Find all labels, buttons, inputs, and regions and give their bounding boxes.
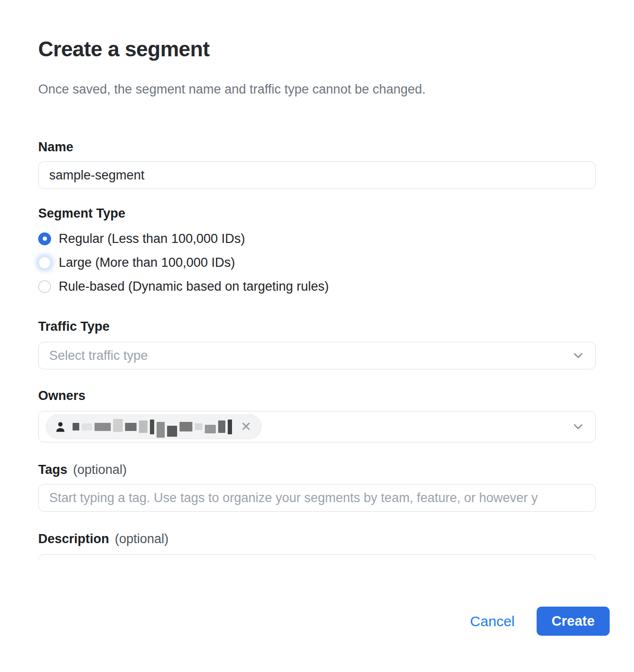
chip-remove-icon[interactable]: ✕ <box>241 420 252 433</box>
create-segment-modal: Create a segment Once saved, the segment… <box>0 37 634 560</box>
name-input[interactable] <box>38 161 596 189</box>
owners-select[interactable]: ✕ <box>38 411 596 442</box>
person-icon <box>54 420 67 433</box>
description-label: Description (optional) <box>38 532 596 546</box>
traffic-type-select[interactable]: Select traffic type <box>38 342 596 369</box>
create-button[interactable]: Create <box>537 607 610 636</box>
name-label: Name <box>38 140 596 155</box>
description-textarea-clipped <box>38 554 596 560</box>
radio-option-large[interactable]: Large (More than 100,000 IDs) <box>38 251 596 274</box>
tags-label-text: Tags <box>38 462 67 477</box>
segment-type-radio-group: Regular (Less than 100,000 IDs) Large (M… <box>38 227 596 298</box>
radio-option-label: Rule-based (Dynamic based on targeting r… <box>59 279 329 294</box>
radio-option-label: Large (More than 100,000 IDs) <box>59 255 235 270</box>
tags-label: Tags (optional) <box>38 462 596 477</box>
traffic-type-placeholder: Select traffic type <box>49 348 148 363</box>
traffic-type-label: Traffic Type <box>38 319 596 334</box>
owners-label: Owners <box>38 388 596 403</box>
owner-chip: ✕ <box>46 414 262 439</box>
radio-option-rule-based[interactable]: Rule-based (Dynamic based on targeting r… <box>38 274 596 298</box>
page-title: Create a segment <box>38 37 596 61</box>
description-textarea[interactable] <box>38 554 596 560</box>
radio-option-regular[interactable]: Regular (Less than 100,000 IDs) <box>38 227 596 251</box>
tags-optional-hint: (optional) <box>73 462 127 477</box>
radio-option-label: Regular (Less than 100,000 IDs) <box>59 231 245 246</box>
tags-input[interactable] <box>38 484 596 512</box>
chevron-down-icon <box>571 419 586 434</box>
radio-selected-icon[interactable] <box>38 232 51 245</box>
modal-footer: Cancel Create <box>470 607 610 636</box>
cancel-button[interactable]: Cancel <box>470 613 515 630</box>
radio-unselected-icon[interactable] <box>38 280 51 293</box>
modal-subtitle: Once saved, the segment name and traffic… <box>38 82 596 97</box>
description-optional-hint: (optional) <box>115 532 169 546</box>
chevron-down-icon <box>571 348 586 363</box>
segment-type-label: Segment Type <box>38 206 596 221</box>
owner-name-redacted <box>73 416 232 437</box>
description-label-text: Description <box>38 532 109 546</box>
radio-unselected-icon[interactable] <box>38 256 51 269</box>
